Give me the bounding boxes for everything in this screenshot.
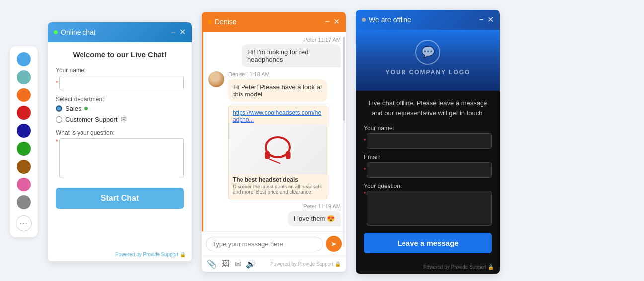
panel2-powered-by: Powered by Provide Support 🔒 [270,261,341,267]
question-form-group: What is your question: * [56,129,184,178]
panel1-powered-by: Powered by Provide Support 🔒 [48,249,192,261]
link-card[interactable]: https://www.coolheadsets.com/headpho... … [228,106,327,199]
msg-meta-denise-1: Denise 11:18 AM [228,71,327,77]
offline-name-group: Your name: * [364,125,492,149]
name-required-star: * [56,80,58,87]
email-toolbar-icon[interactable]: ✉ [235,259,241,269]
panel1-title: Online chat [61,28,96,36]
link-url[interactable]: https://www.coolheadsets.com/headpho... [229,106,327,124]
color-blue[interactable] [17,52,31,66]
color-orange[interactable] [17,88,31,102]
minimize-icon-3[interactable]: − [479,16,483,24]
color-sidebar: ··· [10,46,38,237]
welcome-title: Welcome to our Live Chat! [56,50,184,59]
color-navy[interactable] [17,124,31,138]
more-colors-button[interactable]: ··· [16,215,32,231]
online-chat-panel: Online chat − ✕ Welcome to our Live Chat… [48,22,192,261]
attach-icon[interactable]: 📎 [207,259,217,269]
denise-avatar [208,71,224,87]
close-icon-3[interactable]: ✕ [487,16,494,24]
email-icon: ✉ [121,115,127,123]
link-image [229,124,327,174]
volume-icon[interactable]: 🔊 [246,259,256,269]
offline-name-required: * [364,138,366,144]
panel1-header: Online chat − ✕ [48,22,192,42]
scrollbar-thumb [343,37,345,121]
msg-bubble-peter-2: I love them 😍 [288,211,341,226]
chat-messages: Peter 11:17 AM Hi! I'm looking for red h… [202,32,346,231]
msg-bubble-peter-1: Hi! I'm looking for red headphones [242,44,341,67]
name-label: Your name: [56,67,184,74]
offline-question-textarea[interactable] [367,191,492,226]
message-denise-1: Denise 11:18 AM Hi Peter! Please have a … [208,71,341,199]
color-brown[interactable] [17,160,31,174]
minimize-icon-2[interactable]: − [325,18,329,26]
chat-scrollbar[interactable] [343,37,345,247]
link-card-desc: Discover the latest deals on all headset… [229,184,327,199]
panel1-body: Welcome to our Live Chat! Your name: * S… [48,42,192,249]
send-button[interactable]: ➤ [326,236,342,252]
sales-online-indicator [84,107,88,110]
radio-sales[interactable]: Sales [56,105,184,112]
dept-form-group: Select department: Sales Customer Suppor… [56,96,184,123]
svg-line-3 [270,159,280,163]
offline-email-input[interactable] [367,162,492,178]
link-card-title: The best headset deals [229,174,327,184]
msg-meta-peter-2: Peter 11:19 AM [303,203,341,209]
panel1-header-left: Online chat [54,28,96,36]
leave-message-button[interactable]: Leave a message [364,233,492,253]
online-status-dot [54,30,58,34]
dept-label: Select department: [56,96,184,103]
logo-text: YOUR COMPANY LOGO [386,69,471,76]
offline-name-input[interactable] [367,133,492,149]
dept-radio-group: Sales Customer Support ✉ [56,105,184,123]
color-red[interactable] [17,106,31,120]
offline-message: Live chat offline. Please leave a messag… [364,98,492,118]
chat-bubble-icon: 💬 [421,46,435,59]
panel3-header: We are offline − ✕ [356,10,500,30]
image-icon[interactable]: 🖼 [222,259,230,269]
panel3-powered-by: Powered by Provide Support 🔒 [356,261,500,274]
offline-email-required: * [364,167,366,173]
minimize-icon[interactable]: − [171,28,175,36]
radio-sales-label: Sales [65,105,81,112]
radio-support-label: Customer Support [65,116,118,123]
offline-question-required: * [364,191,366,197]
name-input[interactable] [59,76,184,90]
msg-bubble-denise-1: Hi Peter! Please have a look at this mod… [228,79,327,102]
offline-email-group: Email: * [364,154,492,178]
chat-input-bar: ➤ [202,231,346,256]
panel1-controls: − ✕ [171,28,186,36]
offline-chat-panel: We are offline − ✕ 💬 YOUR COMPANY LOGO L… [356,10,500,274]
radio-support[interactable]: Customer Support ✉ [56,115,184,123]
color-teal[interactable] [17,70,31,84]
active-chat-panel: Denise − ✕ Peter 11:17 AM Hi! I'm lookin… [202,12,346,272]
message-peter-1: Peter 11:17 AM Hi! I'm looking for red h… [208,37,341,67]
denise-status-dot [208,20,212,24]
question-required-star: * [56,138,58,145]
offline-body: Live chat offline. Please leave a messag… [356,91,500,261]
logo-area: 💬 YOUR COMPANY LOGO [356,30,500,91]
start-chat-button[interactable]: Start Chat [56,188,184,209]
close-icon-2[interactable]: ✕ [333,18,340,26]
question-textarea[interactable] [59,138,184,178]
offline-question-label: Your question: [364,183,492,189]
message-peter-2: Peter 11:19 AM I love them 😍 [208,203,341,226]
offline-question-group: Your question: * [364,183,492,226]
logo-circle: 💬 [415,40,440,65]
offline-email-label: Email: [364,154,492,161]
offline-status-dot [362,18,366,22]
close-icon[interactable]: ✕ [179,28,186,36]
color-pink[interactable] [17,178,31,191]
svg-rect-2 [286,151,291,159]
toolbar-icons: 📎 🖼 ✉ 🔊 [207,259,256,269]
name-form-group: Your name: * [56,67,184,90]
denise-msg-content: Denise 11:18 AM Hi Peter! Please have a … [228,71,327,199]
headphones-svg [258,129,298,169]
chat-input[interactable] [206,237,323,251]
svg-rect-1 [265,151,270,159]
chat-toolbar: 📎 🖼 ✉ 🔊 Powered by Provide Support 🔒 [202,256,346,272]
color-green[interactable] [17,142,31,156]
color-gray[interactable] [17,195,31,209]
panel3-title: We are offline [369,16,411,24]
